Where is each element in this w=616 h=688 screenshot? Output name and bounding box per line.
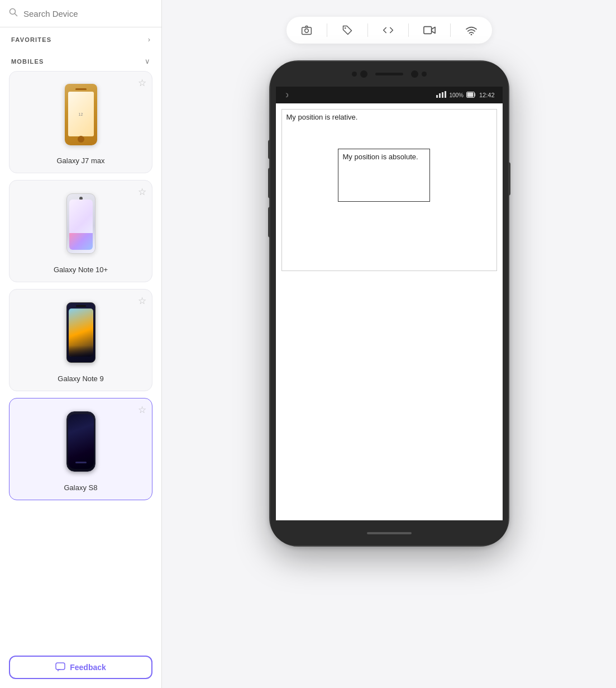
search-bar [0, 0, 161, 27]
phone-illustration-s8 [66, 411, 95, 472]
device-image-j7: 12 [59, 78, 103, 151]
svg-rect-8 [436, 95, 438, 98]
device-card-note10[interactable]: ☆ Galaxy Note 10+ [9, 180, 152, 282]
device-name-note9: Galaxy Note 9 [58, 374, 103, 383]
toolbar-divider-1 [327, 23, 327, 37]
screenshot-button[interactable] [295, 21, 318, 39]
status-bar: ☽ 100% [276, 87, 503, 103]
phone-illustration-note9 [66, 302, 95, 363]
device-image-note10 [59, 187, 103, 260]
svg-rect-9 [439, 93, 441, 98]
phone-frame-wrapper: ☽ 100% [269, 60, 509, 547]
code-icon [383, 25, 394, 36]
star-button-note9[interactable]: ☆ [138, 295, 146, 307]
home-indicator [367, 532, 412, 534]
search-icon [9, 8, 18, 19]
status-time: 12:42 [479, 92, 495, 98]
toolbar-divider-4 [450, 23, 451, 37]
camera-dot-4 [422, 72, 427, 77]
search-input[interactable] [23, 9, 152, 18]
device-card-s8[interactable]: ☆ Galaxy S8 [9, 398, 152, 500]
relative-text: My position is relative. [282, 110, 496, 125]
svg-point-4 [304, 29, 308, 33]
feedback-label: Feedback [70, 663, 106, 672]
code-button[interactable] [377, 21, 399, 39]
phone-top-bar [270, 61, 508, 87]
toolbar-divider-3 [408, 23, 409, 37]
moon-icon: ☽ [284, 92, 289, 98]
device-card-j7[interactable]: ☆ 12 Galaxy J7 max [9, 71, 152, 173]
star-button-s8[interactable]: ☆ [138, 404, 146, 416]
svg-rect-2 [56, 663, 65, 670]
favorites-section-header: FAVORITES › [0, 27, 161, 49]
phone-frame: ☽ 100% [269, 60, 509, 547]
mobiles-section-header: MOBILES ∨ [0, 49, 161, 71]
phone-illustration-note10 [66, 193, 95, 254]
power-button [508, 162, 510, 196]
tag-button[interactable] [336, 21, 359, 39]
camera-icon [301, 25, 312, 36]
bixby-button [268, 207, 270, 238]
favorites-chevron-icon[interactable]: › [148, 35, 150, 44]
svg-point-5 [345, 27, 346, 29]
favorites-label: FAVORITES [11, 36, 51, 43]
phone-illustration-j7: 12 [65, 84, 97, 145]
toolbar [286, 17, 492, 44]
star-button-note10[interactable]: ☆ [138, 186, 146, 198]
svg-point-7 [470, 34, 472, 35]
video-icon [423, 25, 436, 35]
phone-speaker [375, 73, 403, 75]
phone-screen[interactable]: My position is relative. My position is … [276, 103, 503, 520]
svg-rect-11 [445, 91, 446, 98]
device-image-s8 [59, 405, 103, 478]
mobiles-label: MOBILES [11, 58, 44, 65]
battery-icon [466, 92, 476, 99]
phone-s8-screen [68, 414, 94, 469]
svg-rect-13 [467, 92, 473, 97]
volume-down-button [268, 168, 270, 198]
absolute-text: My position is absolute. [343, 153, 418, 161]
feedback-icon [55, 662, 65, 672]
absolute-box: My position is absolute. [338, 149, 430, 202]
phone-note10-screen [69, 200, 93, 250]
main-area: ☽ 100% [162, 0, 616, 688]
camera-sensors [352, 70, 427, 78]
volume-up-button [268, 140, 270, 159]
camera-dot-1 [352, 72, 357, 77]
wifi-button[interactable] [460, 22, 483, 39]
feedback-button[interactable]: Feedback [9, 656, 152, 679]
device-card-note9[interactable]: ☆ Galaxy Note 9 [9, 289, 152, 391]
toolbar-divider-2 [367, 23, 368, 37]
status-left: ☽ [284, 92, 289, 98]
star-button-j7[interactable]: ☆ [138, 77, 146, 89]
signal-icon [436, 91, 446, 99]
phone-j7-screen: 12 [68, 92, 94, 136]
svg-rect-6 [423, 27, 431, 34]
device-list: ☆ 12 Galaxy J7 max ☆ Galaxy Note 10+ [0, 71, 161, 688]
device-image-note9 [59, 296, 103, 369]
wifi-icon [465, 25, 477, 35]
screen-content: My position is relative. My position is … [276, 103, 503, 520]
camera-dot-2 [360, 70, 367, 78]
sidebar: FAVORITES › MOBILES ∨ ☆ 12 Galaxy J7 max… [0, 0, 162, 688]
device-name-s8: Galaxy S8 [64, 483, 98, 492]
svg-line-1 [15, 14, 17, 16]
phone-bottom-bar [270, 520, 508, 545]
device-name-j7: Galaxy J7 max [57, 156, 105, 165]
camera-dot-3 [411, 70, 418, 78]
status-right: 100% 12:42 [436, 91, 494, 99]
phone-note9-screen [69, 309, 93, 357]
battery-text: 100% [449, 92, 464, 98]
relative-box: My position is relative. My position is … [281, 109, 497, 271]
video-button[interactable] [418, 22, 441, 39]
svg-rect-10 [442, 92, 443, 98]
device-name-note10: Galaxy Note 10+ [54, 265, 108, 274]
tag-icon [342, 25, 353, 36]
mobiles-chevron-icon[interactable]: ∨ [145, 57, 150, 65]
